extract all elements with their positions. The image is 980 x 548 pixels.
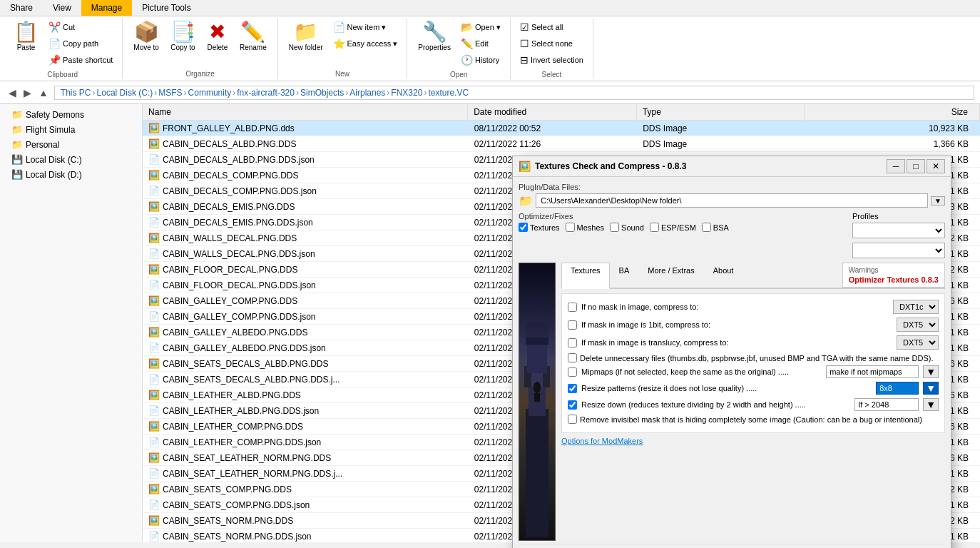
meshes-checkbox[interactable]	[566, 223, 575, 232]
tab-picture-tools[interactable]: Picture Tools	[132, 0, 200, 16]
folder-icon-1: 📁	[11, 109, 23, 120]
tab-about[interactable]: About	[704, 263, 743, 289]
path-msfs[interactable]: MSFS	[158, 88, 182, 98]
bsa-checkbox[interactable]	[702, 223, 711, 232]
table-row[interactable]: 🖼️ FRONT_GALLEY_ALBD.PNG.dds 08/11/2022 …	[143, 121, 980, 136]
sidebar-item-local-d[interactable]: 💾 Local Disk (D:)	[0, 167, 142, 182]
mask-1bit-checkbox[interactable]	[568, 320, 577, 330]
popup-path-dropdown[interactable]: ▼	[931, 196, 945, 206]
select-all-icon: ☑	[520, 21, 529, 33]
new-item-button[interactable]: 📄 New item ▾	[330, 19, 402, 35]
col-header-size[interactable]: Size	[805, 104, 980, 120]
check-bsa[interactable]: BSA	[702, 223, 729, 232]
textures-checkbox[interactable]	[519, 223, 528, 232]
path-texture-vc[interactable]: texture.VC	[428, 88, 469, 98]
file-cell-name: 🖼️ CABIN_LEATHER_COMP.PNG.DDS	[143, 419, 469, 434]
col-header-name[interactable]: Name	[143, 104, 468, 120]
mask-1bit-select[interactable]: DXT5 DXT1 DXT3	[897, 318, 938, 331]
popup-close-button[interactable]: ✕	[927, 159, 945, 173]
sound-checkbox[interactable]	[610, 223, 619, 232]
move-to-button[interactable]: 📦 Move to	[128, 19, 164, 54]
sidebar-item-personal[interactable]: 📁 Personal	[0, 137, 142, 152]
no-mask-dropdown[interactable]: DXT1c DXT1 DXT3 DXT5	[893, 300, 939, 314]
select-all-button[interactable]: ☑ Select all	[516, 19, 587, 35]
easy-access-button[interactable]: ⭐ Easy access ▾	[330, 36, 402, 51]
remove-invisible-checkbox[interactable]	[568, 415, 577, 424]
edit-button[interactable]: ✏️ Edit	[457, 36, 504, 51]
resize-patterns-checkbox[interactable]	[568, 384, 577, 393]
no-mask-select[interactable]: DXT1c DXT1 DXT3 DXT5	[894, 300, 938, 313]
forward-button[interactable]: ▶	[21, 86, 34, 100]
tab-more-extras[interactable]: More / Extras	[638, 263, 703, 289]
esp-esm-checkbox[interactable]	[650, 223, 659, 232]
path-community[interactable]: Community	[188, 88, 232, 98]
paste-button[interactable]: 📋 Paste	[9, 19, 44, 54]
resize-down-dropdown-btn[interactable]: ▼	[923, 398, 939, 411]
up-button[interactable]: ▲	[36, 86, 51, 100]
mask-1bit-dropdown[interactable]: DXT5 DXT1 DXT3	[897, 318, 939, 332]
mask-translucy-select[interactable]: DXT5 DXT1 DXT3	[897, 336, 938, 349]
back-button[interactable]: ◀	[6, 86, 19, 100]
profiles-select-1[interactable]	[852, 223, 945, 238]
profiles-select-2[interactable]	[852, 243, 945, 258]
properties-button[interactable]: 🔧 Properties	[413, 19, 456, 54]
sidebar-item-flight-simula[interactable]: 📁 Flight Simula	[0, 122, 142, 137]
file-cell-name: 📄 CABIN_WALLS_DECAL.PNG.DDS.json	[143, 246, 469, 261]
rename-button[interactable]: ✏️ Rename	[235, 19, 272, 54]
copy-path-button[interactable]: 📄 Copy path	[45, 36, 116, 51]
warning-text: Optimizer Textures 0.8.3	[849, 275, 939, 284]
path-simobjects[interactable]: SimObjects	[300, 88, 344, 98]
mask-translucy-checkbox[interactable]	[568, 338, 577, 347]
mask-translucy-dropdown[interactable]: DXT5 DXT1 DXT3	[897, 335, 939, 350]
history-button[interactable]: 🕐 History	[457, 52, 504, 68]
open-button[interactable]: 📂 Open ▾	[457, 19, 504, 35]
popup-path-input[interactable]	[536, 193, 928, 208]
paste-label: Paste	[17, 44, 36, 51]
tab-view[interactable]: View	[43, 0, 81, 16]
delete-files-checkbox[interactable]	[568, 353, 577, 362]
table-row[interactable]: 🖼️ CABIN_DECALS_ALBD.PNG.DDS 02/11/2022 …	[143, 136, 980, 152]
mipmaps-checkbox[interactable]	[568, 367, 577, 377]
tab-ba[interactable]: BA	[610, 263, 639, 289]
check-meshes[interactable]: Meshes	[566, 223, 605, 232]
cut-button[interactable]: ✂️ Cut	[45, 19, 116, 35]
copy-to-button[interactable]: 📑 Copy to	[165, 19, 200, 54]
col-header-type[interactable]: Type	[637, 104, 806, 120]
resize-down-checkbox[interactable]	[568, 400, 577, 410]
esp-esm-check-label: ESP/ESM	[661, 223, 696, 232]
resize-down-input[interactable]	[854, 398, 919, 411]
resize-patterns-dropdown-btn[interactable]: ▼	[923, 382, 939, 395]
mipmaps-dropdown-btn[interactable]: ▼	[923, 365, 939, 378]
path-airplanes[interactable]: Airplanes	[349, 88, 385, 98]
tab-manage[interactable]: Manage	[81, 0, 132, 16]
address-path[interactable]: This PC › Local Disk (C:) › MSFS › Commu…	[54, 86, 974, 100]
delete-button[interactable]: ✖ Delete	[202, 19, 233, 54]
tab-share[interactable]: Share	[0, 0, 43, 16]
path-fnx[interactable]: fnx-aircraft-320	[237, 88, 295, 98]
popup-minimize-button[interactable]: ─	[887, 159, 905, 173]
folder-icon-2: 📁	[11, 124, 23, 135]
check-esp-esm[interactable]: ESP/ESM	[650, 223, 696, 232]
path-fnx320[interactable]: FNX320	[391, 88, 422, 98]
mipmaps-input[interactable]	[826, 365, 919, 378]
path-sep-5: ›	[296, 88, 299, 98]
check-sound[interactable]: Sound	[610, 223, 644, 232]
sidebar-item-local-c[interactable]: 💾 Local Disk (C:)	[0, 152, 142, 167]
check-textures[interactable]: Textures	[519, 223, 560, 232]
remove-invisible-label: Remove invisibel mask that is hiding com…	[580, 415, 922, 424]
col-header-date[interactable]: Date modified	[468, 104, 637, 120]
path-this-pc[interactable]: This PC	[61, 88, 91, 98]
select-none-button[interactable]: ☐ Select none	[516, 36, 587, 51]
paste-shortcut-button[interactable]: 📌 Paste shortcut	[45, 52, 116, 68]
new-folder-button[interactable]: 📁 New folder	[284, 19, 328, 54]
cut-icon: ✂️	[49, 21, 61, 33]
path-local-disk[interactable]: Local Disk (C:)	[97, 88, 153, 98]
resize-patterns-input[interactable]	[876, 382, 919, 395]
options-for-modmakers-link[interactable]: Options for ModMakers	[561, 437, 643, 445]
tab-textures[interactable]: Textures	[561, 263, 610, 289]
sidebar-item-safety-demons[interactable]: 📁 Safety Demons	[0, 107, 142, 122]
no-mask-checkbox[interactable]	[568, 303, 577, 312]
file-cell-name: 📄 CABIN_GALLEY_COMP.PNG.DDS.json	[143, 309, 469, 324]
invert-selection-button[interactable]: ⊟ Invert selection	[516, 52, 587, 68]
popup-maximize-button[interactable]: □	[907, 159, 925, 173]
